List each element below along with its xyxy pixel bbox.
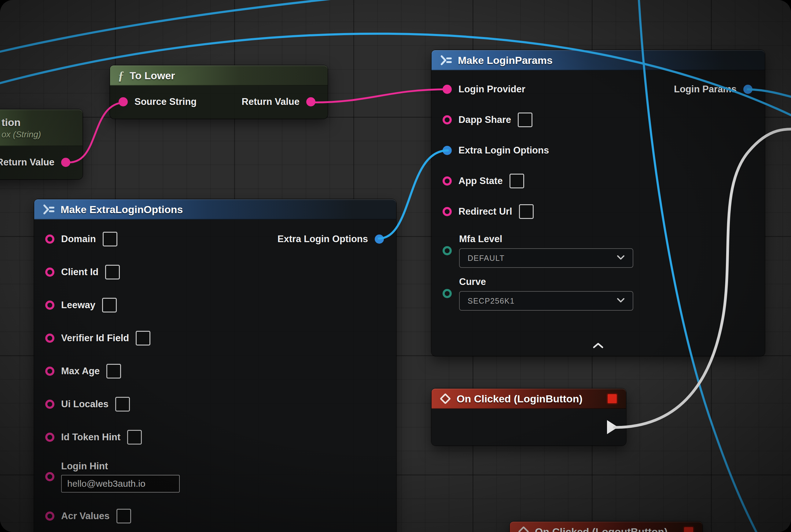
exec-out-pin[interactable] bbox=[607, 420, 618, 434]
chevron-up-icon bbox=[593, 342, 604, 350]
pin-row-acr-values: Acr Values bbox=[34, 499, 396, 532]
acr-values-checkbox[interactable] bbox=[116, 509, 131, 524]
leeway-in-pin[interactable] bbox=[45, 301, 54, 310]
node-title: tion bbox=[2, 116, 20, 128]
dapp-share-label: Dapp Share bbox=[459, 114, 511, 125]
pin-row-curve: Curve SECP256K1 bbox=[431, 274, 765, 312]
client-id-label: Client Id bbox=[61, 267, 98, 278]
wire-tolower-to-login-provider[interactable] bbox=[312, 89, 448, 102]
delegate-pin[interactable] bbox=[606, 393, 618, 404]
ui-locales-checkbox[interactable] bbox=[115, 397, 130, 412]
login-provider-in-pin[interactable] bbox=[443, 85, 452, 94]
login-params-out-label: Login Params bbox=[674, 84, 737, 95]
pin-row: Source String Return Value bbox=[110, 86, 328, 118]
node-header[interactable]: ƒ To Lower bbox=[110, 65, 328, 86]
app-state-checkbox[interactable] bbox=[509, 174, 524, 188]
verifier-id-field-label: Verifier Id Field bbox=[61, 332, 129, 344]
node-title: On Clicked (LogoutButton) bbox=[535, 526, 668, 532]
id-token-hint-label: Id Token Hint bbox=[61, 432, 120, 443]
node-on-clicked-loginbutton[interactable]: On Clicked (LoginButton) bbox=[431, 388, 626, 445]
node-subtitle: ox (String) bbox=[2, 130, 41, 139]
wire-blue-top-2[interactable] bbox=[0, 0, 443, 54]
mfa-level-in-pin[interactable] bbox=[443, 246, 452, 255]
domain-label: Domain bbox=[61, 233, 96, 245]
extra-login-options-in-pin[interactable] bbox=[443, 146, 452, 155]
login-hint-label: Login Hint bbox=[61, 461, 180, 472]
node-make-extraloginoptions[interactable]: Make ExtraLoginOptions Domain Extra Logi… bbox=[34, 200, 396, 532]
curve-label: Curve bbox=[459, 277, 633, 287]
pin-row-login-hint: Login Hint bbox=[34, 454, 396, 499]
verifier-id-field-in-pin[interactable] bbox=[45, 334, 54, 343]
blueprint-canvas[interactable]: tion ox (String) Return Value ƒ To Lower… bbox=[0, 0, 791, 532]
source-string-label: Source String bbox=[134, 96, 196, 107]
verifier-id-field-checkbox[interactable] bbox=[136, 331, 150, 345]
pin-row-verifier-id-field: Verifier Id Field bbox=[34, 322, 396, 355]
pin-row-dapp-share: Dapp Share bbox=[431, 104, 765, 135]
login-hint-input[interactable] bbox=[61, 475, 180, 493]
event-icon bbox=[518, 526, 529, 532]
node-text-function-partial[interactable]: tion ox (String) Return Value bbox=[0, 110, 82, 179]
app-state-in-pin[interactable] bbox=[443, 176, 452, 186]
login-hint-in-pin[interactable] bbox=[45, 472, 54, 481]
mfa-level-label: Mfa Level bbox=[459, 233, 633, 245]
delegate-pin[interactable] bbox=[683, 526, 694, 532]
node-title: Make LoginParams bbox=[458, 54, 553, 66]
leeway-checkbox[interactable] bbox=[102, 298, 117, 312]
client-id-checkbox[interactable] bbox=[105, 265, 120, 280]
redirect-url-checkbox[interactable] bbox=[519, 204, 534, 219]
make-struct-icon bbox=[440, 54, 452, 66]
leeway-label: Leeway bbox=[61, 300, 95, 311]
domain-in-pin[interactable] bbox=[45, 234, 54, 244]
node-header[interactable]: On Clicked (LogoutButton) bbox=[510, 521, 702, 532]
dapp-share-in-pin[interactable] bbox=[443, 115, 452, 125]
extra-login-options-out-pin[interactable] bbox=[375, 234, 384, 244]
return-value-out-pin[interactable] bbox=[306, 97, 315, 107]
id-token-hint-checkbox[interactable] bbox=[127, 430, 142, 444]
max-age-in-pin[interactable] bbox=[45, 366, 54, 376]
id-token-hint-in-pin[interactable] bbox=[45, 433, 54, 442]
login-provider-label: Login Provider bbox=[459, 84, 525, 95]
acr-values-in-pin[interactable] bbox=[45, 512, 54, 521]
ui-locales-label: Ui Locales bbox=[61, 399, 109, 410]
pin-row-leeway: Leeway bbox=[34, 289, 396, 322]
exec-row bbox=[431, 409, 626, 445]
screenshot-root: tion ox (String) Return Value ƒ To Lower… bbox=[0, 0, 791, 532]
max-age-label: Max Age bbox=[61, 366, 100, 377]
node-header[interactable]: Make ExtraLoginOptions bbox=[34, 200, 396, 220]
node-on-clicked-logoutbutton[interactable]: On Clicked (LogoutButton) bbox=[510, 521, 702, 532]
node-header[interactable]: tion ox (String) bbox=[0, 110, 82, 146]
domain-checkbox[interactable] bbox=[103, 232, 117, 246]
mfa-level-dropdown[interactable]: DEFAULT bbox=[459, 248, 633, 268]
return-value-label: Return Value bbox=[242, 96, 300, 107]
login-params-out-pin[interactable] bbox=[743, 85, 752, 94]
ui-locales-in-pin[interactable] bbox=[45, 400, 54, 409]
curve-value: SECP256K1 bbox=[468, 297, 515, 305]
node-header[interactable]: On Clicked (LoginButton) bbox=[431, 388, 626, 409]
redirect-url-in-pin[interactable] bbox=[443, 207, 452, 216]
node-to-lower[interactable]: ƒ To Lower Source String Return Value bbox=[110, 65, 328, 119]
chevron-down-icon bbox=[617, 298, 625, 304]
make-struct-icon bbox=[42, 203, 55, 216]
node-make-loginparams[interactable]: Make LoginParams Login Provider Login Pa… bbox=[431, 50, 765, 356]
function-icon: ƒ bbox=[118, 70, 124, 82]
return-value-out-pin[interactable] bbox=[61, 158, 70, 167]
curve-dropdown[interactable]: SECP256K1 bbox=[459, 291, 633, 311]
redirect-url-label: Redirect Url bbox=[459, 206, 512, 217]
pin-row-app-state: App State bbox=[431, 166, 765, 196]
mfa-level-value: DEFAULT bbox=[468, 254, 505, 263]
node-title: To Lower bbox=[130, 70, 175, 82]
client-id-in-pin[interactable] bbox=[45, 268, 54, 277]
curve-in-pin[interactable] bbox=[443, 289, 452, 298]
node-title: On Clicked (LoginButton) bbox=[457, 393, 582, 405]
pin-row-max-age: Max Age bbox=[34, 355, 396, 388]
pin-row-ui-locales: Ui Locales bbox=[34, 388, 396, 421]
max-age-checkbox[interactable] bbox=[107, 364, 121, 379]
pin-row-extra-login-options: Extra Login Options bbox=[431, 135, 765, 166]
chevron-down-icon bbox=[617, 255, 625, 261]
node-header[interactable]: Make LoginParams bbox=[431, 50, 765, 70]
pin-row-redirect-url: Redirect Url bbox=[431, 196, 765, 227]
source-string-in-pin[interactable] bbox=[119, 97, 128, 107]
collapse-pins-button[interactable] bbox=[431, 339, 765, 353]
app-state-label: App State bbox=[459, 175, 503, 187]
dapp-share-checkbox[interactable] bbox=[518, 113, 533, 127]
